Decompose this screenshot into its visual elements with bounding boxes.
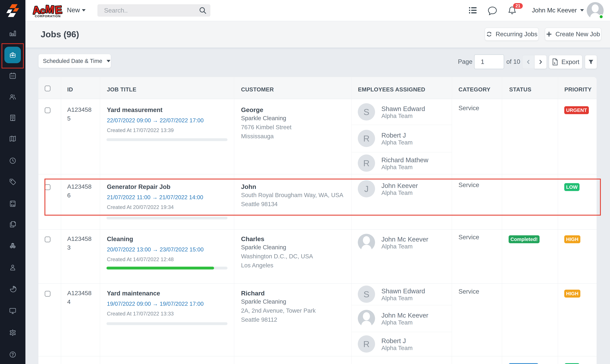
svg-text:x: x — [554, 61, 556, 65]
svg-text:c: c — [40, 5, 45, 15]
svg-text:E: E — [54, 3, 63, 16]
svg-text:M: M — [45, 3, 55, 15]
svg-text:CORPORATION: CORPORATION — [35, 14, 61, 18]
